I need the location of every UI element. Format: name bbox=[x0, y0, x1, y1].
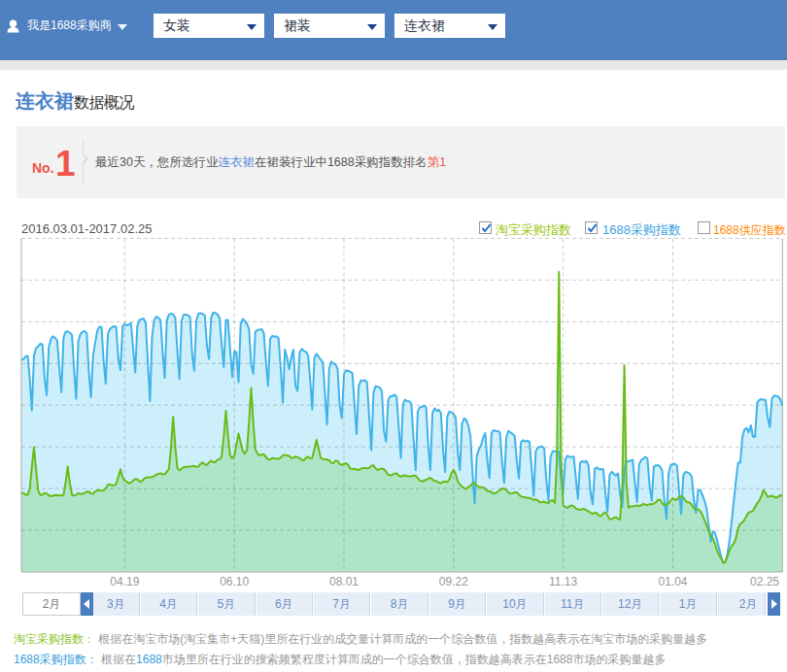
svg-text:11.13: 11.13 bbox=[549, 575, 577, 588]
svg-text:01.04: 01.04 bbox=[658, 575, 687, 588]
svg-text:06.10: 06.10 bbox=[220, 575, 249, 588]
svg-text:09.22: 09.22 bbox=[439, 575, 468, 588]
svg-text:02.25: 02.25 bbox=[750, 575, 779, 588]
svg-text:04.19: 04.19 bbox=[110, 575, 139, 588]
svg-text:08.01: 08.01 bbox=[329, 575, 359, 588]
